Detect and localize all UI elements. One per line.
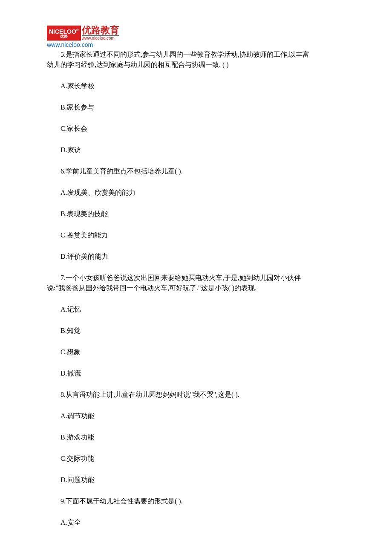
stem-line: 幼儿的学习经验,达到家庭与幼儿园的相互配合与协调一致. ( ) — [47, 60, 345, 70]
option: D.评价美的能力 — [47, 251, 345, 262]
option: D.撒谎 — [47, 368, 345, 379]
header: NICELOO® 优路 优路教育 www.niceloo.com www.nic… — [47, 26, 345, 48]
stem-line: 7.一个小女孩听爸爸说这次出国回来要给她买电动火车,于是,她到幼儿园对小伙伴 — [47, 273, 345, 283]
stem-line: 说:"我爸爸从国外给我带回一个电动火车,可好玩了."这是小孩( )的表现. — [47, 283, 345, 293]
header-url: www.niceloo.com — [47, 41, 345, 48]
option: C.鉴赏美的能力 — [47, 230, 345, 240]
option: A.发现美、欣赏美的能力 — [47, 188, 345, 198]
logo-text-url: www.niceloo.com — [82, 35, 119, 40]
logo: NICELOO® 优路 优路教育 www.niceloo.com — [47, 26, 119, 40]
logo-badge: NICELOO® 优路 — [47, 26, 81, 40]
option: A.调节功能 — [47, 411, 345, 421]
logo-text-cn: 优路教育 — [82, 25, 119, 35]
option: B.家长参与 — [47, 102, 345, 113]
option: D.问题功能 — [47, 475, 345, 485]
option: B.游戏功能 — [47, 432, 345, 442]
stem-line: 5.是指家长通过不同的形式,参与幼儿园的一些教育教学活动,协助教师的工作,以丰富 — [47, 49, 345, 60]
option: D.家访 — [47, 145, 345, 155]
option: B.表现美的技能 — [47, 209, 345, 219]
logo-badge-sub: 优路 — [49, 35, 79, 38]
logo-badge-sup: ® — [76, 28, 79, 32]
option: A.记忆 — [47, 304, 345, 315]
option: C.交际功能 — [47, 454, 345, 464]
content: 5.是指家长通过不同的形式,参与幼儿园的一些教育教学活动,协助教师的工作,以丰富… — [47, 49, 345, 528]
question-stem: 9.下面不属于幼儿社会性需要的形式是( ). — [47, 496, 345, 506]
option: C.想象 — [47, 347, 345, 357]
logo-text: 优路教育 www.niceloo.com — [82, 26, 119, 40]
question-stem: 6.学前儿童美育的重点不包括培养儿童( ). — [47, 166, 345, 176]
question-stem: 7.一个小女孩听爸爸说这次出国回来要给她买电动火车,于是,她到幼儿园对小伙伴 说… — [47, 273, 345, 293]
option: A.家长学校 — [47, 81, 345, 91]
page-container: NICELOO® 优路 优路教育 www.niceloo.com www.nic… — [0, 0, 392, 553]
option: B.知觉 — [47, 326, 345, 336]
question-stem: 5.是指家长通过不同的形式,参与幼儿园的一些教育教学活动,协助教师的工作,以丰富… — [47, 49, 345, 70]
option: A.安全 — [47, 517, 345, 528]
option: C.家长会 — [47, 124, 345, 134]
question-stem: 8.从言语功能上讲,儿童在幼儿园想妈妈时说"我不哭",这是( ). — [47, 390, 345, 400]
